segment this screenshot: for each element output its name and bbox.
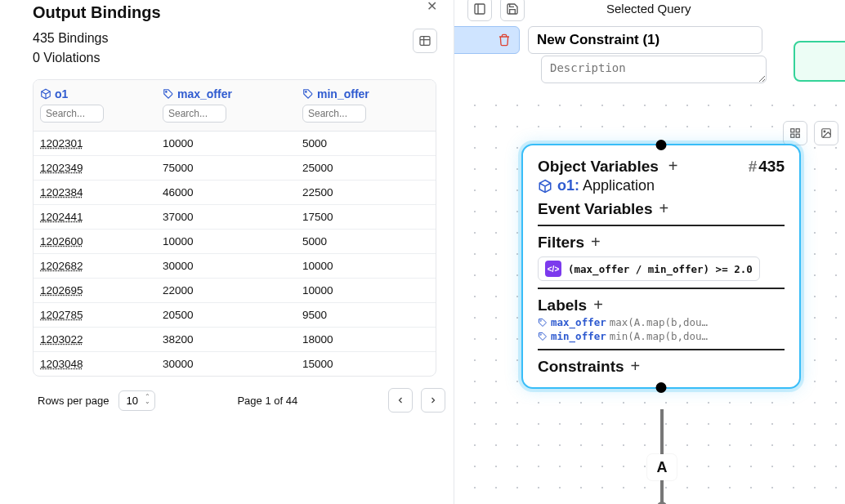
cell-max: 38200 (156, 328, 296, 351)
next-page-button[interactable] (421, 388, 445, 413)
svg-point-1 (166, 91, 167, 92)
tag-icon (302, 88, 314, 100)
filters-title: Filters (538, 234, 584, 252)
cell-o1[interactable]: 1202785 (34, 303, 156, 327)
cell-o1[interactable]: 1203022 (34, 328, 156, 351)
cell-o1[interactable]: 1202441 (34, 205, 156, 229)
tag-icon (538, 332, 548, 341)
violations-count: 0 Violations (33, 48, 109, 68)
save-button[interactable] (500, 0, 525, 21)
cell-max: 10000 (156, 132, 296, 155)
grid-icon (789, 127, 801, 139)
col-max-offer[interactable]: max_offer (156, 80, 296, 131)
cell-o1[interactable]: 1202349 (34, 156, 156, 180)
pager: Rows per page 10 Page 1 of 44 (38, 388, 445, 413)
cell-max: 46000 (156, 181, 296, 204)
add-label[interactable]: + (593, 296, 603, 314)
add-filter[interactable]: + (591, 233, 601, 252)
cell-min: 10000 (296, 279, 436, 302)
panel-title: Output Bindings (33, 3, 445, 22)
cell-max: 10000 (156, 230, 296, 253)
summary-row: 435 Bindings 0 Violations (33, 29, 445, 68)
cell-o1[interactable]: 1203048 (34, 352, 156, 376)
search-min[interactable] (302, 105, 366, 123)
cell-o1[interactable]: 1202600 (34, 230, 156, 253)
bindings-table: o1 max_offer min_offer 12023011000050001… (33, 79, 436, 377)
rows-per-page-label: Rows per page (38, 395, 109, 407)
label-max-offer[interactable]: max_offer max(A.map(b,dou… (538, 316, 785, 328)
cell-min: 17500 (296, 205, 436, 229)
page-info: Page 1 of 44 (237, 395, 297, 407)
cell-o1[interactable]: 1202695 (34, 279, 156, 302)
prev-page-button[interactable] (388, 388, 413, 413)
label-min-offer[interactable]: min_offer min(A.map(b,dou… (538, 330, 785, 342)
object-variable-o1[interactable]: o1: Application (538, 177, 785, 194)
cube-icon (538, 179, 552, 194)
add-event-variable[interactable]: + (659, 199, 668, 218)
add-constraint[interactable]: + (631, 357, 641, 376)
col-o1[interactable]: o1 (34, 80, 156, 131)
filter-chip[interactable]: </> (max_offer / min_offer) >= 2.0 (538, 256, 760, 281)
table-view-button[interactable] (413, 29, 437, 53)
cell-max: 22000 (156, 279, 296, 302)
cell-max: 37000 (156, 205, 296, 229)
cell-min: 18000 (296, 328, 436, 351)
table-icon (418, 34, 431, 47)
query-node[interactable]: Object Variables + #435 o1: Application … (521, 144, 801, 389)
cell-max: 75000 (156, 156, 296, 180)
cell-o1[interactable]: 1202301 (34, 132, 156, 155)
node-handle-bottom[interactable] (656, 382, 667, 393)
cell-min: 15000 (296, 352, 436, 376)
save-icon (506, 2, 519, 16)
labels-title: Labels (538, 297, 587, 314)
cell-max: 30000 (156, 352, 296, 376)
cell-o1[interactable]: 1202384 (34, 181, 156, 204)
cube-icon (40, 88, 51, 100)
close-icon[interactable]: ✕ (427, 0, 437, 14)
cell-o1[interactable]: 1202682 (34, 254, 156, 278)
cell-min: 10000 (296, 254, 436, 278)
tag-icon (163, 88, 174, 100)
selected-constraint-chip[interactable] (454, 26, 520, 54)
grid-button[interactable] (783, 121, 807, 145)
cell-max: 30000 (156, 254, 296, 278)
node-handle-top[interactable] (656, 140, 667, 150)
table-row: 12023497500025000 (34, 156, 436, 181)
output-bindings-panel: ✕ Output Bindings 435 Bindings 0 Violati… (0, 0, 454, 504)
search-o1[interactable] (40, 105, 104, 123)
edge-label[interactable]: A (647, 454, 677, 480)
code-icon: </> (545, 261, 561, 277)
col-min-offer[interactable]: min_offer (296, 80, 436, 131)
table-row: 12023844600022500 (34, 181, 436, 205)
image-icon (820, 127, 832, 139)
svg-rect-4 (791, 129, 794, 132)
svg-rect-0 (420, 37, 430, 46)
node-count: 435 (758, 158, 785, 175)
object-variables-title: Object Variables (538, 158, 659, 175)
cell-min: 22500 (296, 181, 436, 204)
cell-min: 5000 (296, 132, 436, 155)
add-object-variable[interactable]: + (668, 157, 678, 175)
event-variables-title: Event Variables (538, 200, 652, 218)
search-max[interactable] (163, 105, 226, 123)
summary-text: 435 Bindings 0 Violations (33, 29, 109, 68)
constraint-name-input[interactable] (528, 26, 762, 54)
rows-per-page-select[interactable]: 10 (118, 390, 155, 411)
bindings-count: 435 Bindings (33, 29, 109, 48)
graph-canvas[interactable]: Object Variables + #435 o1: Application … (454, 85, 845, 504)
svg-rect-3 (475, 4, 485, 14)
description-input[interactable] (541, 56, 767, 83)
table-row: 1202600100005000 (34, 230, 436, 254)
table-row: 12030483000015000 (34, 352, 436, 376)
svg-point-11 (540, 334, 541, 335)
chevron-right-icon (428, 395, 438, 405)
chevron-left-icon (396, 395, 405, 405)
layout-button[interactable] (467, 0, 492, 21)
constraints-title: Constraints (538, 358, 624, 376)
svg-rect-5 (796, 129, 799, 132)
trash-icon[interactable] (498, 33, 511, 47)
tag-icon (538, 318, 548, 328)
image-button[interactable] (814, 121, 838, 145)
table-row: 12024413700017500 (34, 205, 436, 230)
cell-max: 20500 (156, 303, 296, 327)
